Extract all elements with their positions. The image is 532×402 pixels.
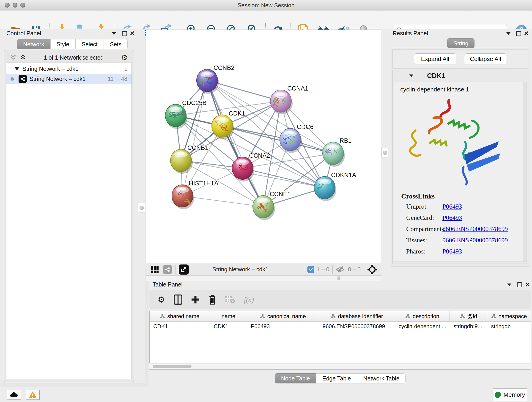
control-panel-menu-button[interactable] <box>110 30 117 37</box>
selected-checkbox[interactable] <box>307 266 314 273</box>
warning-icon <box>29 391 37 398</box>
selected-count: 1 – 0 <box>317 266 329 273</box>
network-node-CDKN1A[interactable] <box>314 177 336 201</box>
network-options-gear-icon[interactable]: ⚙ <box>121 53 128 62</box>
network-node-CCNA1[interactable] <box>270 90 293 114</box>
network-type-icon <box>19 75 27 83</box>
column-header-label: shared name <box>167 313 199 319</box>
gene-collapse-icon[interactable] <box>409 75 413 77</box>
collapse-all-icon[interactable] <box>10 55 17 61</box>
gene-section: CDK1 cyclin-dependent kinase 1 <box>393 70 528 264</box>
crosslink-value-link[interactable]: 9606.ENSP00000378699 <box>443 236 508 244</box>
control-panel: Control Panel ✕ NetworkStyleSelectSets 1… <box>0 29 138 383</box>
tab-network[interactable]: Network <box>17 39 51 49</box>
column-header-database-identifier[interactable]: database identifier <box>319 311 395 321</box>
network-node-label-CCNA1: CCNA1 <box>287 85 308 92</box>
network-node-CCNB2[interactable] <box>196 69 219 94</box>
table-hscrollbar-thumb[interactable] <box>152 365 191 368</box>
crosslink-label: Compartments: <box>406 225 443 233</box>
tab-network-table[interactable]: Network Table <box>357 373 405 383</box>
fit-selected-crosshair-icon[interactable] <box>367 264 377 274</box>
add-column-icon[interactable] <box>191 295 200 304</box>
table-cell: stringdb <box>487 322 531 331</box>
results-panel: Results Panel ✕ String Expand All Collap… <box>389 29 532 281</box>
cytoscape-window: Session: New Session <box>0 0 532 402</box>
network-row[interactable]: String Network – cdk1 11 48 <box>6 74 132 84</box>
control-panel-tabbar: NetworkStyleSelectSets <box>17 39 128 49</box>
hidden-eye-slash-icon[interactable] <box>336 266 346 274</box>
table-hscrollbar[interactable] <box>149 363 531 370</box>
network-node-HIST1H1A[interactable] <box>172 185 194 209</box>
network-node-label-CCNB1: CCNB1 <box>187 144 209 151</box>
table-row[interactable]: CDK1CDK1P064939606.ENSP00000378699cyclin… <box>150 322 531 331</box>
birdseye-grid-icon[interactable] <box>151 266 159 274</box>
results-panel-float-button[interactable] <box>515 30 522 37</box>
crosslink-value-link[interactable]: P06493 <box>443 214 462 221</box>
column-header-label: description <box>413 313 439 319</box>
left-splitter[interactable] <box>138 29 145 383</box>
table-panel-menu-button[interactable] <box>506 281 513 288</box>
column-header-@id[interactable]: @id <box>450 311 487 321</box>
columns-icon[interactable] <box>174 294 182 305</box>
tab-sets[interactable]: Sets <box>104 39 128 49</box>
column-header-description[interactable]: description <box>395 311 450 321</box>
crosslink-value-link[interactable]: P06493 <box>443 203 462 210</box>
gene-header-row[interactable]: CDK1 <box>393 70 528 81</box>
network-node-label-HIST1H1A: HIST1H1A <box>189 180 218 187</box>
network-edge-CCNB2-CCNE1[interactable] <box>207 80 263 207</box>
network-node-CCNE1[interactable] <box>253 196 275 220</box>
delete-column-icon[interactable] <box>209 294 216 305</box>
column-header-canonical-name[interactable]: canonical name <box>247 311 319 321</box>
tab-edge-table[interactable]: Edge Table <box>316 373 357 383</box>
column-header-namespace[interactable]: namespace <box>487 311 531 321</box>
crosslink-value-link[interactable]: 9606.ENSP00000378699 <box>443 225 508 233</box>
table-cell: CDK1 <box>210 322 247 331</box>
left-splitter-handle[interactable] <box>139 206 144 210</box>
table-header-row: shared namenamecanonical namedatabase id… <box>150 311 531 322</box>
table-panel-float-button[interactable] <box>516 281 523 288</box>
right-splitter[interactable] <box>381 29 389 281</box>
network-edge-CCNB2-HIST1H1A[interactable] <box>182 80 207 196</box>
function-builder-icon: f(x) <box>244 295 254 304</box>
network-node-CDC6[interactable] <box>280 128 302 153</box>
control-panel-close-button[interactable]: ✕ <box>129 30 136 37</box>
table-cell: CDK1 <box>150 322 210 331</box>
table-panel-close-button[interactable]: ✕ <box>524 281 531 288</box>
crosslinks-heading: CrossLinks <box>401 192 435 200</box>
tab-string[interactable]: String <box>447 38 475 48</box>
tab-style[interactable]: Style <box>51 39 76 49</box>
table-gear-icon[interactable]: ⚙ <box>158 295 165 304</box>
tab-select[interactable]: Select <box>75 39 104 49</box>
crosslink-label: Pharos: <box>406 248 443 255</box>
control-panel-float-button[interactable] <box>121 30 128 37</box>
expand-all-icon[interactable] <box>19 55 26 61</box>
column-header-name[interactable]: name <box>210 311 247 321</box>
cloud-button[interactable] <box>7 390 21 400</box>
warning-button[interactable] <box>26 390 40 400</box>
network-node-CDC25B[interactable] <box>165 104 187 129</box>
open-in-window-button[interactable] <box>179 264 189 274</box>
collection-expand-icon[interactable] <box>15 67 19 70</box>
crosslink-value-link[interactable]: P06493 <box>443 248 462 255</box>
tab-node-table[interactable]: Node Table <box>275 373 316 383</box>
network-collection-row[interactable]: String Network – cdk1 1 <box>6 64 132 74</box>
horizontal-splitter-handle[interactable] <box>337 276 341 280</box>
network-type-button[interactable] <box>163 265 172 274</box>
netbar-separator <box>192 265 192 274</box>
network-node-label-CDKN1A: CDKN1A <box>331 172 356 179</box>
results-panel-close-button[interactable]: ✕ <box>523 30 530 37</box>
memory-button[interactable]: Memory <box>493 389 527 401</box>
column-header-shared-name[interactable]: shared name <box>150 311 210 321</box>
network-canvas[interactable]: CCNB2CCNA1CDC25BCDK1CDC6RB1CCNB1CCNA2CDK… <box>146 30 381 263</box>
network-node-RB1[interactable] <box>323 142 345 167</box>
network-edge-CCNE1-HIST1H1A[interactable] <box>182 196 263 207</box>
collapse-all-button[interactable]: Collapse All <box>464 53 507 64</box>
results-scrollbar[interactable] <box>523 82 526 262</box>
results-button-row: Expand All Collapse All <box>393 49 528 69</box>
results-panel-menu-button[interactable] <box>505 30 512 37</box>
network-tree: String Network – cdk1 1 String Network –… <box>6 63 132 379</box>
network-node-CDK1[interactable] <box>212 115 234 139</box>
hidden-count: 0 – 0 <box>348 266 361 273</box>
expand-all-button[interactable]: Expand All <box>414 53 456 64</box>
right-splitter-handle[interactable] <box>383 151 387 155</box>
